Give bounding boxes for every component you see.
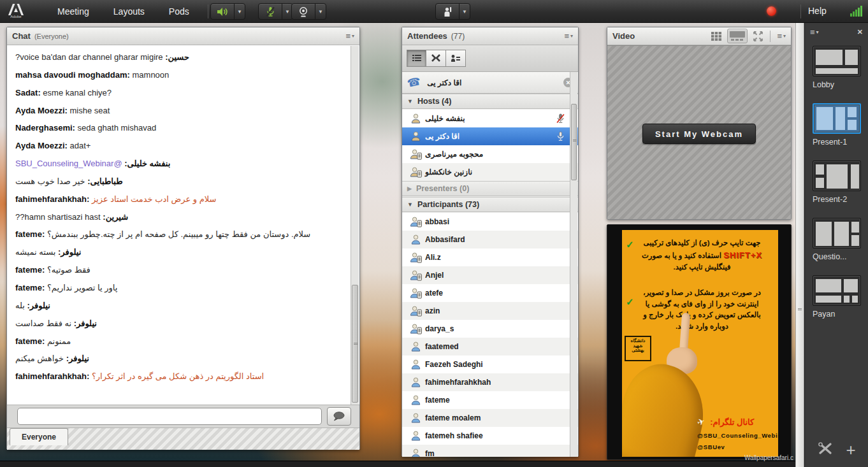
chat-message: شیرین: hamn shartisazi hast?? <box>15 212 344 224</box>
attendee-row[interactable]: faatemed <box>402 338 578 356</box>
hosts-section-header[interactable]: ▼ Hosts (4) <box>402 94 578 109</box>
attendee-row[interactable]: Faezeh Sadeghi <box>402 356 578 373</box>
attendee-row[interactable]: Anjel <box>402 266 578 284</box>
webcam-button-group: ▼ <box>291 3 326 20</box>
record-indicator[interactable] <box>767 6 776 16</box>
video-fullscreen-button[interactable] <box>751 30 765 43</box>
presenters-section-label: Presenters (0) <box>416 184 469 193</box>
attendee-row[interactable]: Abbasifard <box>402 231 578 248</box>
video-pod-menu-button[interactable]: ≡▾ <box>777 31 786 41</box>
chat-message-link[interactable]: @SBU_Counseling_Webinar <box>15 159 124 168</box>
add-layout-button[interactable]: + <box>846 443 856 456</box>
video-pod: Video <box>607 27 792 220</box>
layout-thumbnail[interactable] <box>813 275 861 306</box>
breakout-view-button[interactable] <box>426 50 446 67</box>
stage-sidebar-gutter[interactable] <box>795 23 804 467</box>
attendee-row[interactable]: abbasi <box>402 213 578 231</box>
attendee-row[interactable]: atefe <box>402 284 578 302</box>
attendee-name: Abbasifard <box>425 235 567 244</box>
chat-message: نیلوفر: بسته نمیشه <box>15 247 344 259</box>
raise-hand-dropdown-caret[interactable]: ▼ <box>459 4 470 19</box>
layout-item-questio[interactable]: Questio... <box>813 218 864 261</box>
menu-bar: Meeting Layouts Pods Audio <box>57 6 236 17</box>
layouts-close-button[interactable]: ✕ <box>857 28 863 36</box>
attendee-row[interactable]: fatemeh shafiee <box>402 427 578 445</box>
chat-input[interactable] <box>17 408 322 425</box>
chat-message-author: Sadat: <box>15 88 41 97</box>
microphone-button[interactable] <box>259 4 282 19</box>
chat-scrollbar-thumb[interactable] <box>352 285 358 403</box>
toolbar-separator <box>208 4 208 18</box>
attendees-scrollbar[interactable] <box>570 72 577 457</box>
attendee-row[interactable]: نازنین خانکشلو <box>402 163 578 181</box>
attendee-status-view-button[interactable] <box>446 50 466 67</box>
start-webcam-button[interactable]: Start My Webcam <box>642 124 756 144</box>
video-filmstrip-view-button[interactable] <box>727 29 748 43</box>
chat-message-text: خواهش میکنم <box>15 354 66 363</box>
chat-message-author: fateme: <box>15 336 45 346</box>
host-role-icon <box>410 166 425 178</box>
chat-message: fahimehfarahkhah: سلام و عرض ادب خدمت اس… <box>15 194 344 206</box>
chat-pod-menu-button[interactable]: ≡▾ <box>345 31 354 41</box>
chat-message: Ayda Moezzi: mishe seat <box>15 105 344 117</box>
chat-bubble-icon <box>333 412 345 421</box>
layout-item-payan[interactable]: Payan <box>813 275 864 319</box>
speaker-dropdown-caret[interactable]: ▼ <box>234 4 245 19</box>
attendee-row[interactable]: Ali.z <box>402 248 578 266</box>
layout-item-present1[interactable]: Present-1 <box>813 103 864 147</box>
attendees-scrollbar-thumb[interactable] <box>571 104 577 180</box>
attendee-row[interactable]: بنفشه خلیلی <box>402 110 578 127</box>
layouts-menu-button[interactable]: ≡▾ <box>810 27 819 37</box>
hosts-section-label: Hosts (4) <box>417 97 451 106</box>
layout-tools-button[interactable] <box>818 442 833 458</box>
video-grid-view-button[interactable] <box>709 30 723 43</box>
webcam-button[interactable] <box>292 4 315 19</box>
layout-item-present2[interactable]: Present-2 <box>813 161 864 204</box>
chat-message-author: حسین: <box>165 52 189 62</box>
attendee-row[interactable]: محجوبه میرناصری <box>402 145 578 163</box>
attendee-name: fm <box>425 449 567 457</box>
chat-message-text: استاد الگوریتم در ذهن شکل می گیره در اثر… <box>89 371 264 381</box>
poster-tip-2: در صورت بروز مشکل در صدا و تصویر، اینترن… <box>622 287 778 333</box>
chat-message: بنفشه خلیلی: @SBU_Counseling_Webinar <box>15 158 344 170</box>
layout-thumbnail[interactable] <box>813 46 861 76</box>
expand-triangle-icon: ▶ <box>407 185 412 192</box>
attendee-row[interactable]: fahimehfarahkhah <box>402 373 578 391</box>
attendee-row[interactable]: fm <box>402 445 578 457</box>
menu-meeting[interactable]: Meeting <box>57 6 89 17</box>
participant-mobile-icon <box>410 287 425 299</box>
layout-thumbnail[interactable] <box>813 218 861 248</box>
menu-layouts[interactable]: Layouts <box>113 6 145 17</box>
paper-plane-icon: ✈ <box>696 415 706 427</box>
chat-scrollbar[interactable] <box>351 46 359 405</box>
layout-thumbnail[interactable] <box>813 103 861 134</box>
chat-send-button[interactable] <box>327 407 351 426</box>
connection-signal-icon[interactable] <box>850 5 864 19</box>
attendee-row[interactable]: darya_s <box>402 320 578 338</box>
layout-item-lobby[interactable]: Lobby <box>813 46 864 89</box>
participants-section-header[interactable]: ▼ Participants (73) <box>402 197 578 212</box>
webcam-dropdown-caret[interactable]: ▼ <box>315 4 326 19</box>
chat-message-text: بله <box>15 301 27 310</box>
attendee-row[interactable]: اقا دکتر یی <box>402 127 578 145</box>
layout-thumbnail[interactable] <box>813 161 861 191</box>
chat-pod-title: Chat <box>12 31 31 41</box>
raise-hand-button[interactable] <box>436 4 459 19</box>
participant-mobile-icon <box>410 252 425 263</box>
collapse-triangle-icon: ▼ <box>407 98 413 104</box>
attendees-pod-menu-button[interactable]: ≡▾ <box>564 31 573 41</box>
attendee-row[interactable]: fateme <box>402 391 578 409</box>
speaker-button[interactable] <box>211 4 234 19</box>
university-seal: دانشگاه شهید بهشتی <box>625 336 651 361</box>
chat-message-text: ممنونم <box>45 336 71 346</box>
presenters-section-header[interactable]: ▶ Presenters (0) <box>402 181 578 196</box>
attendee-row[interactable]: azin <box>402 302 578 320</box>
attendee-row[interactable]: fateme moalem <box>402 409 578 427</box>
attendee-list-view-button[interactable] <box>407 50 426 67</box>
menu-pods[interactable]: Pods <box>169 6 189 17</box>
raise-hand-button-group: ▼ <box>435 3 470 20</box>
chat-tab-everyone[interactable]: Everyone <box>10 428 68 445</box>
attendees-toolbar <box>402 45 578 72</box>
host-role-icon <box>410 113 425 124</box>
help-menu[interactable]: Help <box>808 6 827 16</box>
